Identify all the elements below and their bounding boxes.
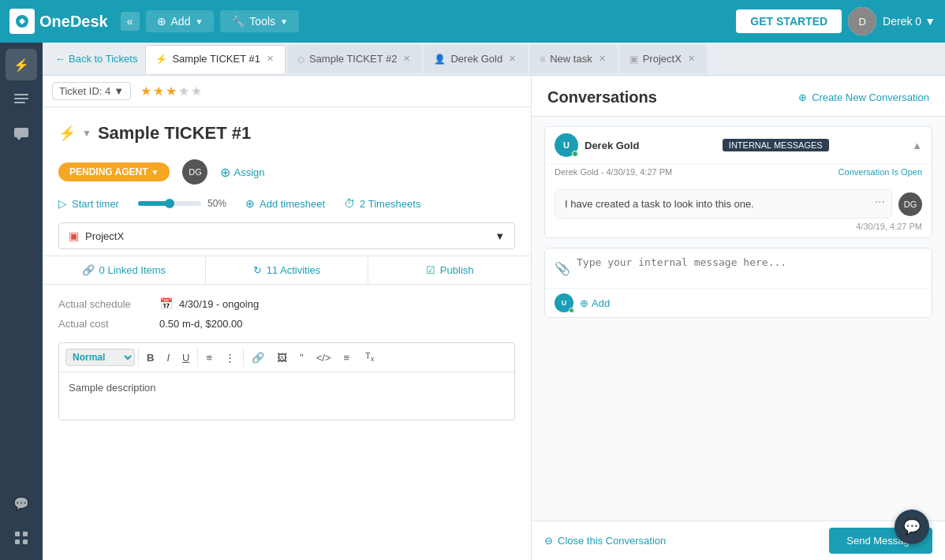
tab-label-4: New task	[550, 53, 592, 65]
toolbar-divider-3	[243, 348, 244, 367]
sidebar-item-list[interactable]	[6, 84, 37, 115]
tab-sample-ticket-1[interactable]: ⚡ Sample TICKET #1 ✕	[145, 45, 286, 73]
status-dropdown-arrow: ▼	[151, 168, 159, 177]
calendar-icon: 📅	[159, 297, 173, 310]
star-rating[interactable]: ★ ★ ★ ★ ★	[140, 84, 202, 99]
progress-bar[interactable]	[138, 201, 201, 206]
start-timer-label: Start timer	[72, 198, 119, 210]
tab-close-5[interactable]: ✕	[686, 54, 697, 64]
conv-sender-avatar: DG	[898, 192, 922, 216]
star-5[interactable]: ★	[191, 84, 202, 99]
image-button[interactable]: 🖼	[272, 350, 292, 365]
editor-content[interactable]: Sample description	[59, 372, 514, 420]
align-button[interactable]: ≡	[338, 350, 354, 365]
star-2[interactable]: ★	[153, 84, 164, 99]
clear-format-button[interactable]: Tx	[360, 349, 379, 364]
sidebar-item-grid[interactable]	[6, 522, 37, 554]
activities-button[interactable]: ↻ 11 Activities	[206, 256, 369, 284]
tab-label-5: ProjectX	[643, 53, 682, 65]
back-to-tickets-label: Back to Tickets	[69, 53, 137, 65]
close-conv-icon: ⊖	[544, 535, 553, 547]
unordered-list-button[interactable]: ⋮	[220, 350, 240, 365]
nav-collapse-button[interactable]: «	[121, 12, 140, 31]
quote-button[interactable]: "	[295, 350, 308, 365]
ticket-type-dropdown[interactable]: ▼	[82, 128, 92, 139]
conv-message-bubble: I have created a task to look into this …	[555, 189, 892, 218]
online-dot	[572, 151, 578, 157]
sidebar-item-comments[interactable]	[6, 118, 37, 150]
attach-icon[interactable]: 📎	[555, 261, 570, 276]
code-button[interactable]: </>	[312, 350, 336, 365]
actual-schedule-row: Actual schedule 📅 4/30/19 - ongoing	[58, 297, 515, 310]
add-button-reply[interactable]: ⊕ Add	[580, 297, 610, 309]
format-select[interactable]: Normal Heading 1 Heading 2 Heading 3	[65, 349, 135, 366]
svg-rect-6	[15, 532, 20, 536]
get-started-button[interactable]: GET STARTED	[736, 9, 842, 33]
underline-button[interactable]: U	[177, 350, 194, 365]
tools-label: Tools	[249, 15, 275, 28]
actions-row: 🔗 0 Linked Items ↻ 11 Activities ☑ Publi…	[43, 256, 531, 285]
star-1[interactable]: ★	[140, 84, 151, 99]
chat-widget-button[interactable]: 💬	[895, 510, 929, 544]
sidebar-item-inbox[interactable]: ⚡	[6, 49, 37, 80]
tab-close-1[interactable]: ✕	[265, 54, 275, 64]
sidebar-item-chat[interactable]: 💬	[6, 487, 37, 519]
star-4[interactable]: ★	[178, 84, 189, 99]
assign-label: Assign	[233, 166, 264, 178]
timesheets-button[interactable]: ⏱ 2 Timesheets	[344, 197, 420, 210]
conversations-header: Conversations ⊕ Create New Conversation	[532, 76, 945, 117]
add-circle-icon: ⊕	[157, 15, 166, 28]
progress-handle[interactable]	[165, 199, 174, 208]
tab-close-3[interactable]: ✕	[507, 54, 517, 64]
svg-rect-8	[15, 539, 20, 544]
status-badge[interactable]: PENDING AGENT ▼	[58, 162, 170, 181]
tab-close-2[interactable]: ✕	[402, 54, 412, 64]
toolbar-divider-1	[138, 348, 139, 367]
tab-close-4[interactable]: ✕	[597, 54, 607, 64]
svg-marker-5	[17, 137, 21, 140]
start-timer-button[interactable]: ▷ Start timer	[58, 197, 119, 210]
actual-schedule-value: 4/30/19 - ongoing	[179, 298, 259, 310]
project-select[interactable]: ▣ ProjectX ▼	[58, 222, 515, 249]
message-options-button[interactable]: ···	[875, 195, 885, 209]
project-select-inner: ▣ ProjectX	[69, 230, 124, 242]
add-label: Add	[171, 15, 191, 28]
conv-item-header: U Derek Gold INTERNAL MESSAGES ▲	[545, 127, 932, 164]
project-icon: ▣	[69, 230, 79, 242]
activities-label: 11 Activities	[267, 264, 321, 276]
ordered-list-button[interactable]: ≡	[201, 350, 217, 365]
tab-label-2: Sample TICKET #2	[309, 53, 398, 65]
project-name: ProjectX	[85, 230, 124, 242]
add-button[interactable]: ⊕ Add ▼	[146, 10, 215, 32]
add-timesheet-button[interactable]: ⊕ Add timesheet	[245, 197, 325, 210]
reply-textarea[interactable]	[577, 256, 922, 280]
back-to-tickets-link[interactable]: ← Back to Tickets	[49, 53, 144, 65]
reply-input-row: 📎	[545, 248, 932, 288]
tab-projectx[interactable]: ▣ ProjectX ✕	[619, 45, 707, 73]
ticket-title-input[interactable]	[98, 120, 515, 147]
assign-button[interactable]: ⊕ Assign	[220, 165, 264, 180]
conv-meta: Derek Gold - 4/30/19, 4:27 PM Conversati…	[545, 164, 932, 183]
conv-message-row: I have created a task to look into this …	[545, 183, 932, 222]
tab-new-task[interactable]: ≡ New task ✕	[529, 45, 617, 73]
tab-sample-ticket-2[interactable]: ◇ Sample TICKET #2 ✕	[287, 45, 423, 73]
italic-button[interactable]: I	[162, 350, 174, 365]
create-new-conversation-button[interactable]: ⊕ Create New Conversation	[798, 91, 929, 103]
tools-button[interactable]: 🔧 Tools ▼	[220, 10, 299, 32]
close-conversation-button[interactable]: ⊖ Close this Conversation	[544, 535, 666, 547]
tab-derek-gold[interactable]: 👤 Derek Gold ✕	[424, 45, 528, 73]
ticket-header: Ticket ID: 4 ▼ ★ ★ ★ ★ ★	[43, 76, 531, 107]
conv-user-name: Derek Gold	[585, 140, 639, 151]
user-menu[interactable]: Derek 0 ▼	[883, 15, 936, 28]
tools-dropdown-arrow: ▼	[280, 17, 288, 26]
conv-collapse-button[interactable]: ▲	[912, 140, 922, 151]
ticket-id-button[interactable]: Ticket ID: 4 ▼	[52, 82, 131, 100]
left-panel: Ticket ID: 4 ▼ ★ ★ ★ ★ ★ ⚡ ▼	[43, 76, 532, 560]
link-button[interactable]: 🔗	[247, 350, 269, 365]
right-panel: Conversations ⊕ Create New Conversation …	[532, 76, 945, 560]
star-3[interactable]: ★	[166, 84, 177, 99]
linked-items-button[interactable]: 🔗 0 Linked Items	[43, 256, 206, 284]
publish-button[interactable]: ☑ Publish	[368, 256, 531, 284]
bold-button[interactable]: B	[142, 350, 159, 365]
create-new-conv-label: Create New Conversation	[812, 91, 929, 103]
